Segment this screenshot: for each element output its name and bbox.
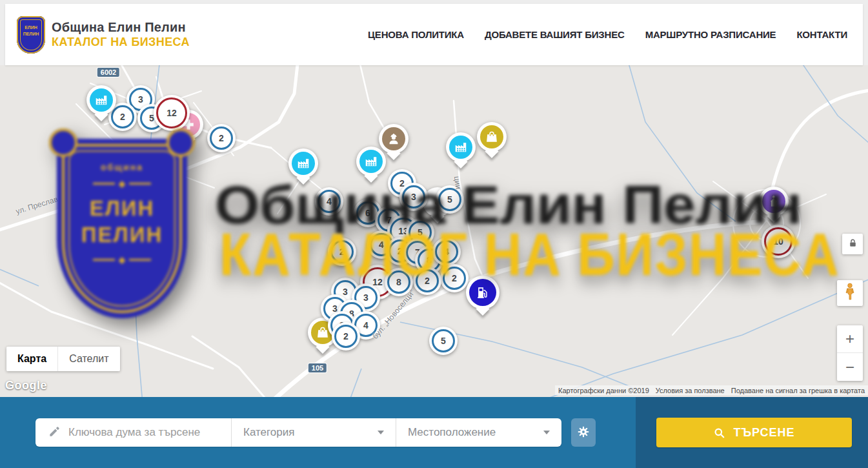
cluster-marker[interactable]: 5	[429, 327, 458, 355]
map-type-map-button[interactable]: Карта	[6, 347, 57, 371]
factory-icon	[292, 152, 315, 175]
logo-name-line1: ЕЛИН	[17, 25, 45, 30]
gear-icon	[577, 425, 590, 440]
category-select[interactable]: Категория	[231, 418, 396, 447]
cluster-count: 2	[343, 331, 348, 341]
site-subtitle: КАТАЛОГ НА БИЗНЕСА	[52, 36, 190, 49]
factory-icon	[449, 136, 472, 159]
cluster-count: 3	[411, 192, 416, 202]
pencil-icon	[48, 425, 61, 440]
municipality-logo: ЕЛИН ПЕЛИН	[17, 16, 45, 54]
advanced-search-button[interactable]	[571, 418, 596, 447]
search-bar: Категория Местоположение	[0, 397, 868, 468]
zoom-control: + −	[837, 325, 863, 381]
worker-pin-marker[interactable]	[379, 124, 409, 154]
cluster-marker[interactable]: 2	[328, 238, 356, 266]
brand[interactable]: ЕЛИН ПЕЛИН Община Елин Пелин КАТАЛОГ НА …	[17, 16, 190, 54]
report-map-error-link[interactable]: Подаване на сигнал за грешка в картата	[728, 387, 868, 394]
cluster-count: 10	[773, 236, 783, 247]
cluster-marker[interactable]: 2	[440, 264, 469, 292]
cluster-count: 3	[363, 292, 368, 303]
cluster-count: 2	[120, 112, 125, 122]
map-type-control: Карта Сателит	[6, 347, 120, 371]
site-title: Община Елин Пелин	[52, 20, 190, 35]
search-icon	[713, 427, 725, 439]
google-logo[interactable]: Google	[5, 379, 47, 392]
lock-map-button[interactable]	[842, 234, 863, 254]
zoom-in-button[interactable]: +	[837, 325, 863, 353]
fuel-icon	[469, 279, 496, 306]
search-input-group: Категория Местоположение	[35, 418, 561, 447]
bag-icon	[480, 125, 503, 148]
chevron-down-icon	[543, 431, 550, 434]
cluster-count: 2	[452, 273, 457, 283]
cluster-marker[interactable]: 12	[154, 95, 190, 131]
main-nav: ЦЕНОВА ПОЛИТИКА ДОБАВЕТЕ ВАШИЯТ БИЗНЕС М…	[368, 29, 847, 40]
cluster-marker[interactable]: 4	[432, 238, 461, 266]
cluster-count: 12	[167, 108, 177, 118]
pegman-icon	[843, 282, 857, 304]
map-attribution: Картографски данни ©2019 Условия за полз…	[555, 385, 868, 395]
location-select[interactable]: Местоположение	[396, 418, 561, 447]
lock-icon	[847, 238, 858, 251]
cluster-count: 4	[327, 196, 332, 207]
logo-name-line2: ПЕЛИН	[17, 32, 45, 36]
cluster-count: 3	[343, 287, 348, 297]
cluster-count: 2	[219, 133, 224, 143]
factory-pin-marker[interactable]	[288, 148, 318, 178]
map-canvas[interactable]: 325122235467135422784221283338342510ул. …	[0, 65, 868, 397]
factory-icon	[90, 88, 113, 112]
cluster-count: 5	[441, 336, 446, 346]
street-label: ул. Преслав	[15, 194, 59, 216]
cluster-count: 4	[444, 247, 449, 257]
nav-contacts[interactable]: КОНТАКТИ	[796, 29, 847, 40]
cluster-marker[interactable]: 4	[315, 187, 343, 216]
cluster-marker[interactable]: 10	[762, 225, 795, 258]
chevron-down-icon	[378, 431, 384, 434]
cluster-count: 5	[418, 227, 423, 238]
cluster-count: 2	[398, 246, 403, 256]
terms-of-use-link[interactable]: Условия за ползване	[652, 387, 728, 394]
cluster-count: 2	[339, 247, 345, 257]
cluster-marker[interactable]: 3	[399, 183, 428, 211]
worker-icon	[382, 127, 405, 150]
map-type-satellite-button[interactable]: Сателит	[57, 347, 119, 371]
cluster-count: 8	[427, 255, 432, 265]
category-select-label: Категория	[243, 426, 294, 439]
attribution-copyright: Картографски данни ©2019	[555, 387, 652, 394]
cluster-marker[interactable]: 2	[413, 267, 441, 295]
road-number-badge: 105	[308, 363, 327, 372]
street-label: ции	[452, 176, 463, 190]
markers-layer: 325122235467135422784221283338342510ул. …	[0, 65, 868, 397]
cluster-count: 2	[425, 276, 430, 286]
cluster-count: 8	[396, 277, 401, 287]
cluster-marker[interactable]: 2	[207, 124, 236, 152]
cluster-count: 6	[365, 208, 370, 218]
search-button-label: ТЪРСЕНЕ	[733, 426, 794, 440]
cluster-marker[interactable]: 2	[332, 322, 360, 351]
cluster-count: 4	[379, 239, 384, 250]
search-submit-button[interactable]: ТЪРСЕНЕ	[656, 418, 852, 447]
pegman-streetview-control[interactable]	[837, 280, 863, 306]
factory-pin-marker[interactable]	[446, 132, 476, 162]
church-pin-marker[interactable]	[759, 187, 789, 216]
church-icon	[762, 190, 785, 213]
nav-route-schedule[interactable]: МАРШРУТНО РАЗПИСАНИЕ	[645, 29, 776, 40]
keyword-section	[35, 418, 231, 447]
nav-add-your-business[interactable]: ДОБАВЕТЕ ВАШИЯТ БИЗНЕС	[485, 29, 625, 40]
header: ЕЛИН ПЕЛИН Община Елин Пелин КАТАЛОГ НА …	[5, 4, 863, 65]
keyword-search-input[interactable]	[68, 426, 223, 439]
cluster-marker[interactable]: 5	[436, 185, 464, 214]
factory-pin-marker[interactable]	[86, 85, 116, 115]
factory-pin-marker[interactable]	[356, 147, 386, 176]
location-select-label: Местоположение	[408, 426, 496, 439]
fuel-pin-marker[interactable]	[466, 276, 500, 309]
factory-icon	[359, 150, 383, 173]
nav-pricing-policy[interactable]: ЦЕНОВА ПОЛИТИКА	[368, 29, 464, 40]
cluster-count: 5	[447, 194, 452, 205]
road-number-badge: 6002	[97, 68, 119, 77]
bag-pin-marker[interactable]	[477, 122, 507, 152]
cluster-count: 3	[138, 94, 143, 105]
cluster-count: 4	[363, 320, 368, 331]
zoom-out-button[interactable]: −	[837, 353, 863, 381]
